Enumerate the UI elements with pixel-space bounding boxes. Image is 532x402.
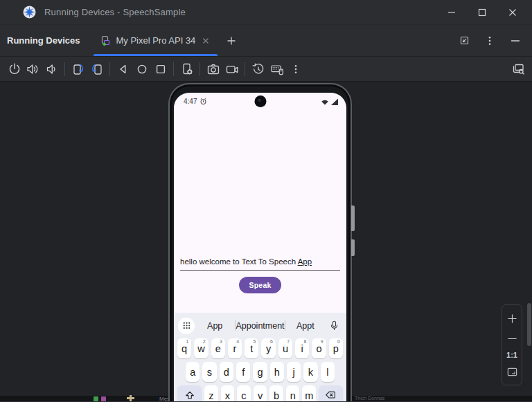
device-display-area: Message / Thich Donnas 4:47 hello welcom… <box>0 82 532 401</box>
camera-punch-hole <box>254 95 266 107</box>
panel-options-kebab-icon[interactable] <box>482 33 497 48</box>
key-s[interactable]: s <box>202 362 216 382</box>
shift-key[interactable] <box>177 385 202 401</box>
device-toolbar <box>0 57 532 82</box>
hardware-input-icon[interactable] <box>267 60 286 78</box>
tab-bar: Running Devices My Pixel Pro API 34 <box>0 25 532 57</box>
key-u[interactable]: 7u <box>278 338 292 358</box>
mic-icon[interactable] <box>326 318 342 334</box>
suggestion-2[interactable]: Appointment <box>236 321 284 331</box>
key-r[interactable]: 4r <box>228 338 242 358</box>
minimize-button[interactable] <box>436 1 467 24</box>
key-g[interactable]: g <box>253 362 267 382</box>
device-settings-icon[interactable] <box>177 60 196 78</box>
key-o[interactable]: 9o <box>312 338 326 358</box>
key-d[interactable]: d <box>220 362 233 382</box>
tab-my-pixel-pro-api-34[interactable]: My Pixel Pro API 34 <box>94 25 218 56</box>
key-i[interactable]: 8i <box>295 338 309 358</box>
keyboard-row-3: z x c v b n m <box>174 385 346 401</box>
key-k[interactable]: k <box>303 362 317 382</box>
tab-label: My Pixel Pro API 34 <box>116 35 195 46</box>
close-button[interactable] <box>497 1 528 24</box>
key-a[interactable]: a <box>186 362 200 382</box>
toolbar-overflow-kebab-icon[interactable] <box>286 60 305 78</box>
rotate-left-icon[interactable] <box>69 60 87 78</box>
reset-device-icon[interactable] <box>249 60 267 78</box>
toolbar-separator <box>173 62 174 76</box>
manage-displays-icon[interactable] <box>508 60 527 78</box>
active-tab-indicator <box>94 54 218 56</box>
zoom-scale-label[interactable]: 1:1 <box>506 351 517 359</box>
phone-device-frame: 4:47 hello welcome to Text To Speech App… <box>168 83 352 401</box>
power-button-icon[interactable] <box>5 60 24 78</box>
zoom-in-button[interactable] <box>504 311 520 326</box>
key-t[interactable]: 5t <box>245 338 258 358</box>
key-b[interactable]: b <box>269 385 283 401</box>
key-h[interactable]: h <box>270 362 284 382</box>
title-bar: Running Devices - SpeechSample <box>0 0 532 25</box>
background-strip-right-text: Thich Donnas <box>355 396 445 401</box>
alarm-icon <box>200 98 207 105</box>
android-status-bar: 4:47 <box>174 93 346 111</box>
suggestion-1[interactable]: App <box>195 321 235 331</box>
new-tab-button[interactable] <box>224 33 239 48</box>
toolbar-separator <box>64 62 65 76</box>
key-p[interactable]: 0p <box>329 338 343 358</box>
key-f[interactable]: f <box>236 362 250 382</box>
zoom-controls: 1:1 <box>502 304 522 385</box>
fit-to-window-icon[interactable] <box>504 364 520 379</box>
key-e[interactable]: 3e <box>211 338 225 358</box>
volume-up-icon[interactable] <box>24 60 42 78</box>
backspace-key[interactable] <box>319 385 343 401</box>
android-recents-icon[interactable] <box>151 60 170 78</box>
screen-record-icon[interactable] <box>222 60 241 78</box>
android-home-icon[interactable] <box>132 60 151 78</box>
status-time: 4:47 <box>184 98 207 105</box>
window-title: Running Devices - SpeechSample <box>44 7 186 17</box>
screenshot-camera-icon[interactable] <box>204 60 222 78</box>
key-q[interactable]: 1q <box>177 338 191 358</box>
suggestion-3[interactable]: Appt <box>285 321 326 331</box>
shift-icon <box>184 390 196 402</box>
backspace-icon <box>324 389 337 401</box>
wifi-icon <box>321 98 329 105</box>
rotate-right-icon[interactable] <box>87 60 106 78</box>
key-l[interactable]: l <box>321 362 335 382</box>
phone-volume-rocker <box>351 205 355 231</box>
zoom-out-button[interactable] <box>504 331 520 346</box>
float-window-button[interactable] <box>456 33 472 48</box>
tts-text: hello welcome to Text To Speech <box>180 257 298 266</box>
phone-power-button <box>351 239 355 256</box>
key-w[interactable]: 2w <box>194 338 208 358</box>
toolbar-separator <box>109 62 110 76</box>
suggestion-strip: App Appointment Appt <box>174 316 346 335</box>
keyboard-row-2: a s d f g h j k l <box>174 362 346 382</box>
key-n[interactable]: n <box>286 385 300 401</box>
gboard-keyboard: App Appointment Appt 1q 2w 3e 4r 5t 6y <box>174 313 346 401</box>
key-x[interactable]: x <box>221 385 235 401</box>
toolbar-separator <box>245 62 245 76</box>
key-c[interactable]: c <box>237 385 251 401</box>
speak-button[interactable]: Speak <box>239 277 282 293</box>
tab-close-icon[interactable] <box>200 35 211 46</box>
key-m[interactable]: m <box>302 385 316 401</box>
tts-composing-word: App <box>298 257 312 266</box>
key-y[interactable]: 6y <box>261 338 275 358</box>
virtual-device-icon <box>100 35 111 46</box>
volume-down-icon[interactable] <box>42 60 61 78</box>
key-j[interactable]: j <box>287 362 301 382</box>
hide-panel-button[interactable] <box>508 33 523 48</box>
vertical-scrollbar[interactable] <box>527 303 531 346</box>
key-z[interactable]: z <box>204 385 218 401</box>
panel-title: Running Devices <box>7 35 80 46</box>
android-back-icon[interactable] <box>114 60 132 78</box>
plus-marker-icon <box>127 397 134 399</box>
tts-text-field[interactable]: hello welcome to Text To Speech App <box>180 257 340 271</box>
maximize-button[interactable] <box>467 1 497 24</box>
logcat-green-icon <box>94 396 98 401</box>
keyboard-grid-icon[interactable] <box>178 318 195 334</box>
phone-screen[interactable]: 4:47 hello welcome to Text To Speech App… <box>174 93 346 401</box>
key-v[interactable]: v <box>254 385 267 401</box>
logcat-magenta-icon <box>101 396 106 401</box>
signal-icon <box>331 98 338 105</box>
